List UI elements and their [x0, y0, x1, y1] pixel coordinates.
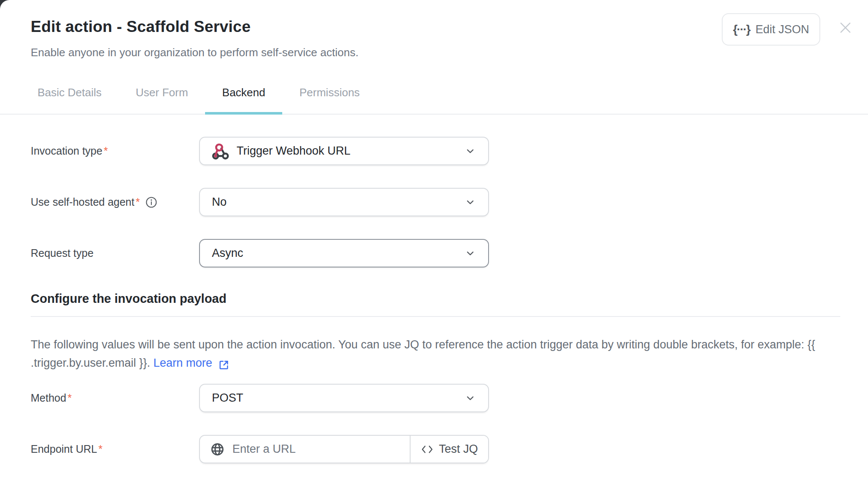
- tab-label: User Form: [136, 86, 188, 99]
- method-select[interactable]: POST: [199, 384, 489, 412]
- payload-description: The following values will be sent upon t…: [31, 336, 832, 372]
- self-hosted-agent-label: Use self-hosted agent*: [31, 196, 199, 209]
- label-text: Request type: [31, 247, 93, 259]
- edit-action-dialog: Edit action - Scaffold Service Enable an…: [0, 0, 868, 483]
- endpoint-url-group: Test JQ: [199, 435, 489, 463]
- tab-label: Permissions: [299, 86, 360, 99]
- invocation-type-row: Invocation type*: [31, 137, 840, 165]
- method-row: Method* POST: [31, 384, 840, 412]
- globe-icon: [210, 442, 225, 457]
- label-text: Invocation type: [31, 145, 102, 157]
- edit-json-button[interactable]: {···} Edit JSON: [722, 13, 820, 46]
- tab-label: Basic Details: [38, 86, 101, 99]
- self-hosted-agent-row: Use self-hosted agent* No: [31, 188, 840, 216]
- test-jq-button[interactable]: Test JQ: [411, 436, 488, 463]
- chevron-down-icon: [464, 196, 476, 208]
- chevron-down-icon: [464, 247, 476, 259]
- request-type-value: Async: [212, 247, 243, 260]
- code-brackets-icon: [421, 444, 434, 455]
- section-divider: [31, 316, 840, 317]
- chevron-down-icon: [464, 392, 476, 404]
- tab-basic-details[interactable]: Basic Details: [20, 71, 119, 114]
- tab-backend[interactable]: Backend: [205, 71, 282, 114]
- close-icon[interactable]: [837, 20, 854, 36]
- required-asterisk: *: [104, 145, 108, 157]
- tab-bar: Basic Details User Form Backend Permissi…: [0, 71, 868, 115]
- dialog-header: Edit action - Scaffold Service Enable an…: [0, 0, 868, 59]
- request-type-label: Request type: [31, 247, 199, 259]
- payload-description-text: The following values will be sent upon t…: [31, 338, 815, 369]
- self-hosted-agent-value: No: [212, 196, 227, 209]
- required-asterisk: *: [98, 443, 103, 455]
- test-jq-label: Test JQ: [439, 443, 478, 456]
- json-braces-icon: {···}: [733, 23, 750, 36]
- chevron-down-icon: [464, 145, 476, 157]
- required-asterisk: *: [67, 392, 72, 404]
- endpoint-url-input[interactable]: [231, 442, 410, 456]
- method-label: Method*: [31, 392, 199, 404]
- edit-json-label: Edit JSON: [755, 23, 809, 36]
- label-text: Endpoint URL: [31, 443, 97, 455]
- external-link-icon: [217, 359, 230, 371]
- payload-section-heading: Configure the invocation payload: [31, 293, 840, 305]
- endpoint-url-label: Endpoint URL*: [31, 443, 199, 455]
- invocation-type-value: Trigger Webhook URL: [237, 144, 350, 158]
- self-hosted-agent-select[interactable]: No: [199, 188, 489, 216]
- page-subtitle: Enable anyone in your organization to pe…: [31, 46, 851, 59]
- tab-permissions[interactable]: Permissions: [282, 71, 377, 114]
- method-value: POST: [212, 391, 243, 405]
- info-icon[interactable]: [145, 196, 158, 209]
- tab-label: Backend: [222, 86, 265, 99]
- webhook-icon: [212, 143, 229, 160]
- tab-user-form[interactable]: User Form: [119, 71, 205, 114]
- invocation-type-label: Invocation type*: [31, 145, 199, 157]
- request-type-select[interactable]: Async: [199, 239, 489, 267]
- learn-more-link[interactable]: Learn more: [153, 354, 230, 372]
- endpoint-url-field-wrap: [200, 436, 410, 463]
- label-text: Method: [31, 392, 66, 404]
- invocation-type-select[interactable]: Trigger Webhook URL: [199, 137, 489, 165]
- label-text: Use self-hosted agent: [31, 196, 134, 208]
- learn-more-label: Learn more: [153, 354, 212, 372]
- required-asterisk: *: [136, 196, 140, 208]
- endpoint-url-row: Endpoint URL*: [31, 435, 840, 463]
- backend-tab-panel: Invocation type*: [0, 137, 868, 463]
- request-type-row: Request type Async: [31, 239, 840, 267]
